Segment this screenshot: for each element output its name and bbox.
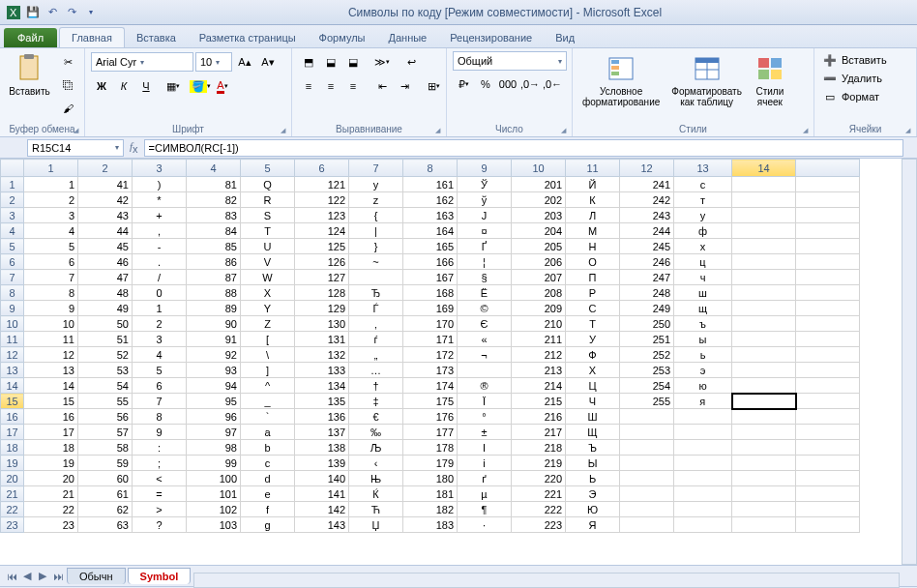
cell[interactable]: 0 (133, 285, 187, 301)
cut-icon[interactable]: ✂ (57, 51, 78, 73)
cell[interactable]: і (458, 456, 512, 471)
cell[interactable] (674, 409, 732, 425)
cell[interactable]: Є (458, 316, 512, 332)
cell[interactable]: 207 (512, 270, 566, 285)
cell[interactable]: 82 (187, 192, 241, 208)
cell[interactable]: 253 (620, 363, 674, 378)
cell[interactable]: 221 (512, 486, 566, 502)
cell[interactable]: 138 (295, 440, 349, 456)
cell[interactable]: 99 (187, 456, 241, 471)
cell[interactable]: 141 (295, 486, 349, 502)
cell[interactable]: } (349, 239, 403, 254)
cell[interactable]: Ч (566, 394, 620, 409)
cell[interactable]: 180 (403, 471, 458, 486)
cell[interactable] (796, 363, 860, 378)
cell[interactable]: 20 (24, 471, 78, 486)
cell[interactable]: 219 (512, 456, 566, 471)
cell[interactable] (732, 425, 796, 440)
cell[interactable]: у (674, 208, 732, 223)
font-size-combo[interactable]: 10▾ (195, 52, 232, 72)
font-name-combo[interactable]: Arial Cyr▾ (91, 52, 193, 72)
cell[interactable]: ? (133, 517, 187, 533)
sheet-nav-prev-icon[interactable]: ◀ (19, 570, 35, 582)
cell[interactable] (732, 440, 796, 456)
cell[interactable]: ‚ (349, 316, 403, 332)
row-header[interactable]: 16 (1, 409, 24, 425)
cell[interactable]: щ (674, 301, 732, 316)
cell[interactable]: 166 (403, 254, 458, 270)
cell[interactable] (620, 502, 674, 517)
cell[interactable]: П (566, 270, 620, 285)
cell[interactable]: 121 (295, 177, 349, 192)
cell[interactable]: 9 (133, 425, 187, 440)
cell[interactable]: 96 (187, 409, 241, 425)
cell[interactable]: 249 (620, 301, 674, 316)
row-header[interactable]: 21 (1, 486, 24, 502)
cell[interactable]: f (241, 502, 295, 517)
cell[interactable]: 50 (78, 316, 133, 332)
horizontal-scrollbar[interactable] (193, 573, 900, 588)
cell[interactable]: © (458, 301, 512, 316)
cell[interactable]: 137 (295, 425, 349, 440)
cell[interactable] (674, 440, 732, 456)
cell[interactable]: 52 (78, 347, 133, 363)
cell[interactable]: | (349, 223, 403, 239)
cell[interactable] (796, 285, 860, 301)
cell[interactable] (732, 486, 796, 502)
sheet-nav-next-icon[interactable]: ▶ (35, 570, 50, 582)
cell[interactable]: 133 (295, 363, 349, 378)
cell[interactable]: 214 (512, 378, 566, 394)
cell[interactable]: , (133, 223, 187, 239)
cell[interactable] (732, 517, 796, 533)
cell[interactable] (732, 192, 796, 208)
cell[interactable]: 143 (295, 517, 349, 533)
cell[interactable]: 83 (187, 208, 241, 223)
cell[interactable]: 136 (295, 409, 349, 425)
cell[interactable] (796, 316, 860, 332)
cell[interactable]: 49 (78, 301, 133, 316)
merge-icon[interactable]: ⊞▾ (423, 75, 444, 97)
cell[interactable]: > (133, 502, 187, 517)
cell[interactable]: ] (241, 363, 295, 378)
cell[interactable] (674, 502, 732, 517)
cell-styles-button[interactable]: Стили ячеек (750, 51, 790, 109)
cell[interactable] (620, 517, 674, 533)
cell[interactable]: 176 (403, 409, 458, 425)
border-button[interactable]: ▦▾ (163, 75, 184, 97)
cell[interactable] (674, 456, 732, 471)
cell[interactable]: 14 (24, 378, 78, 394)
cell[interactable]: Х (566, 363, 620, 378)
cell[interactable]: 10 (24, 316, 78, 332)
cell[interactable]: ¶ (458, 502, 512, 517)
cell[interactable]: 16 (24, 409, 78, 425)
vertical-scrollbar[interactable] (902, 159, 917, 565)
comma-icon[interactable]: 000 (497, 74, 518, 95)
cell[interactable]: ц (674, 254, 732, 270)
cell[interactable]: 204 (512, 223, 566, 239)
cell[interactable]: 60 (78, 471, 133, 486)
cell[interactable] (732, 223, 796, 239)
cell[interactable]: С (566, 301, 620, 316)
cell[interactable]: 103 (187, 517, 241, 533)
col-header[interactable]: 9 (458, 160, 512, 177)
cell[interactable]: Q (241, 177, 295, 192)
cell[interactable]: 217 (512, 425, 566, 440)
font-color-button[interactable]: A▾ (212, 75, 233, 97)
cell[interactable] (620, 486, 674, 502)
tab-layout[interactable]: Разметка страницы (188, 28, 308, 47)
cell[interactable] (732, 208, 796, 223)
cell[interactable]: 54 (78, 378, 133, 394)
cell[interactable]: 139 (295, 456, 349, 471)
cell[interactable]: 46 (78, 254, 133, 270)
cell[interactable]: ¦ (458, 254, 512, 270)
cell[interactable]: X (241, 285, 295, 301)
cell[interactable] (620, 440, 674, 456)
cell[interactable]: 5 (133, 363, 187, 378)
cell[interactable]: 216 (512, 409, 566, 425)
row-header[interactable]: 23 (1, 517, 24, 533)
cell[interactable]: Ґ (458, 239, 512, 254)
tab-review[interactable]: Рецензирование (438, 28, 544, 47)
cell[interactable]: 100 (187, 471, 241, 486)
cell[interactable]: х (674, 239, 732, 254)
row-header[interactable]: 6 (1, 254, 24, 270)
